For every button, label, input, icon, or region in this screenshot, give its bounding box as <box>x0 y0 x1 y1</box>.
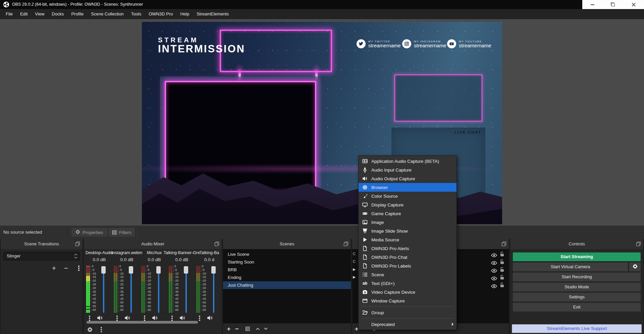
lock-icon[interactable] <box>500 267 504 272</box>
virtual-camera-settings-button[interactable] <box>629 263 641 271</box>
menu-item-text-gdi-[interactable]: abText (GDI+) <box>359 279 457 288</box>
filter-icon <box>246 327 250 331</box>
menu-item-image[interactable]: Image <box>359 218 457 227</box>
volume-slider-track[interactable] <box>130 267 132 313</box>
menubar-item-docks[interactable]: Docks <box>48 9 67 19</box>
filters-button[interactable]: Filters <box>108 228 136 237</box>
scene-filters-button[interactable] <box>244 323 251 334</box>
channel-mute-button[interactable] <box>207 315 213 320</box>
move-scene-up-button[interactable] <box>254 323 261 334</box>
add-transition-button[interactable]: + <box>50 264 58 273</box>
volume-slider-handle[interactable] <box>211 266 216 274</box>
social-twitter: MY TWITTERstreamername <box>357 38 401 49</box>
menu-item-browser[interactable]: Browser <box>359 183 457 192</box>
streamelements-support-button[interactable]: StreamElements Live Support <box>512 324 642 333</box>
volume-slider-handle[interactable] <box>129 266 133 274</box>
menu-item-deprecated[interactable]: Deprecated <box>359 320 457 329</box>
menu-item-color-source[interactable]: Color Source <box>359 192 457 200</box>
lock-icon[interactable] <box>500 259 504 265</box>
remove-transition-button[interactable]: − <box>62 264 70 273</box>
menu-bar: FileEditViewDocksProfileScene Collection… <box>0 9 644 19</box>
menu-item-own3d-pro-labels[interactable]: OWN3D Pro Labels <box>359 261 457 270</box>
menu-item-audio-output-capture[interactable]: Audio Output Capture <box>359 174 457 183</box>
menu-item-scene[interactable]: Scene <box>359 270 457 279</box>
visibility-eye-icon[interactable] <box>491 267 497 272</box>
menu-item-own3d-pro-alerts[interactable]: OWN3D Pro Alerts <box>359 244 457 253</box>
menu-item-video-capture-device[interactable]: Video Capture Device <box>359 288 457 296</box>
channel-mute-button[interactable] <box>179 315 185 320</box>
scenes-panel: Scenes Live SceneStarting SoonBRBEndingJ… <box>223 239 351 334</box>
remove-scene-button[interactable]: − <box>233 323 240 334</box>
transition-menu-button[interactable] <box>74 264 83 273</box>
menu-item-game-capture[interactable]: Game Capture <box>359 209 457 218</box>
studio-mode-button[interactable]: Studio Mode <box>513 283 641 291</box>
menubar-item-profile[interactable]: Profile <box>67 9 87 19</box>
menubar-item-file[interactable]: File <box>2 9 16 19</box>
menubar-item-help[interactable]: Help <box>176 9 193 19</box>
volume-slider-handle[interactable] <box>184 266 188 274</box>
menubar-item-scene-collection[interactable]: Scene Collection <box>87 9 127 19</box>
lock-icon[interactable] <box>500 282 504 288</box>
start-recording-button[interactable]: Start Recording <box>513 273 641 281</box>
exit-button[interactable]: Exit <box>513 303 641 312</box>
popout-icon[interactable] <box>75 242 80 246</box>
mixer-settings-gear-icon[interactable] <box>87 327 93 332</box>
menu-item-own3d-pro-chat[interactable]: OWN3D Pro Chat <box>359 253 457 261</box>
menubar-item-own3d-pro[interactable]: OWN3D Pro <box>145 9 176 19</box>
menu-item-label: OWN3D Pro Alerts <box>371 246 409 251</box>
restore-button[interactable] <box>603 0 623 9</box>
channel-mute-button[interactable] <box>124 315 130 320</box>
lock-icon[interactable] <box>500 251 504 257</box>
visibility-eye-icon[interactable] <box>491 252 497 256</box>
menu-item-window-capture[interactable]: Window Capture <box>359 296 457 305</box>
menubar-item-view[interactable]: View <box>31 9 48 19</box>
volume-slider-handle[interactable] <box>101 266 106 274</box>
scene-item-just-chatting[interactable]: Just Chatting <box>223 281 351 289</box>
popout-icon[interactable] <box>344 242 348 246</box>
minimize-button[interactable] <box>582 0 603 9</box>
menu-item-image-slide-show[interactable]: Image Slide Show <box>359 227 457 235</box>
channel-mute-button[interactable] <box>152 315 158 320</box>
volume-slider-track[interactable] <box>185 267 187 313</box>
file-icon <box>361 246 369 251</box>
start-virtual-camera-button[interactable]: Start Virtual Camera <box>513 263 628 271</box>
popout-icon[interactable] <box>636 242 641 246</box>
titlebar: OBS 29.0.2 (64-bit, windows) - Profile: … <box>0 0 644 9</box>
channel-mute-button[interactable] <box>97 315 103 320</box>
mixer-scrollbar[interactable] <box>87 321 198 324</box>
add-scene-button[interactable]: + <box>225 323 232 334</box>
visibility-eye-icon[interactable] <box>491 283 497 287</box>
scene-item-ending[interactable]: Ending <box>223 274 351 281</box>
menubar-item-tools[interactable]: Tools <box>127 9 145 19</box>
menu-item-display-capture[interactable]: Display Capture <box>359 200 457 209</box>
menu-item-label: Text (GDI+) <box>371 281 394 286</box>
volume-slider-track[interactable] <box>213 267 214 313</box>
transition-select[interactable]: Stinger <box>3 252 80 260</box>
settings-button[interactable]: Settings <box>513 293 641 301</box>
scene-item-brb[interactable]: BRB <box>223 266 351 274</box>
close-button[interactable]: × <box>624 0 644 9</box>
visibility-eye-icon[interactable] <box>491 259 497 264</box>
move-scene-down-button[interactable] <box>262 323 269 334</box>
volume-slider-track[interactable] <box>103 267 104 313</box>
volume-slider-handle[interactable] <box>156 266 161 274</box>
properties-button[interactable]: Properties <box>71 228 107 237</box>
menubar-item-streamelements[interactable]: StreamElements <box>193 9 232 19</box>
scene-item-starting-soon[interactable]: Starting Soon <box>223 258 351 266</box>
slideshow-icon <box>361 228 369 234</box>
start-streaming-button[interactable]: Start Streaming <box>513 252 641 261</box>
volume-slider-track[interactable] <box>158 267 159 313</box>
menu-item-label: Browser <box>371 185 388 190</box>
scene-item-live-scene[interactable]: Live Scene <box>223 250 351 258</box>
spinner-icons[interactable] <box>73 253 78 259</box>
lock-icon[interactable] <box>500 275 504 280</box>
popout-icon[interactable] <box>502 242 506 246</box>
meter-scale-label: -15 <box>174 276 183 278</box>
visibility-eye-icon[interactable] <box>491 275 497 279</box>
menu-item-audio-input-capture[interactable]: Audio Input Capture <box>359 165 457 174</box>
menu-item-media-source[interactable]: Media Source <box>359 235 457 244</box>
menubar-item-edit[interactable]: Edit <box>16 9 31 19</box>
menu-item-group[interactable]: Group <box>359 308 457 317</box>
menu-item-application-audio-capture-beta-[interactable]: Application Audio Capture (BETA) <box>359 157 457 165</box>
speaker-icon <box>361 176 369 182</box>
